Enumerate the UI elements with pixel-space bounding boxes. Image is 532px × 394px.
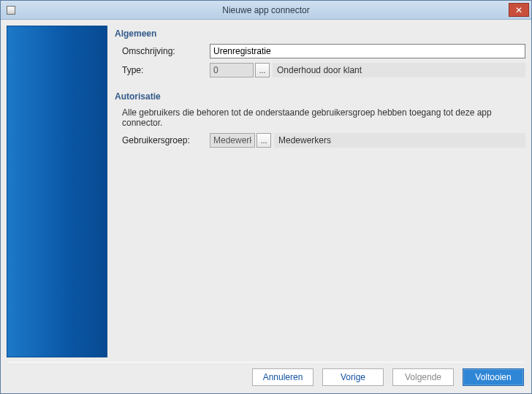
usergroup-input[interactable] [210, 133, 255, 148]
button-bar: Annuleren Vorige Volgende Voltooien [8, 368, 524, 386]
usergroup-readout: Medewerkers [274, 133, 525, 148]
wizard-window: Nieuwe app connector ✕ Algemeen Omschrij… [0, 0, 532, 394]
usergroup-lookup-button[interactable]: ... [256, 133, 271, 148]
titlebar: Nieuwe app connector ✕ [1, 1, 531, 20]
label-description: Omschrijving: [115, 46, 210, 56]
wizard-sidebar-image [7, 26, 107, 357]
row-type: Type: ... Onderhoud door klant [115, 63, 525, 77]
close-icon: ✕ [515, 6, 522, 15]
label-usergroup: Gebruikersgroep: [115, 135, 210, 145]
close-button[interactable]: ✕ [509, 3, 529, 17]
row-description: Omschrijving: [115, 44, 525, 58]
wizard-main: Algemeen Omschrijving: Type: ... Onderho… [115, 26, 525, 357]
wizard-body: Algemeen Omschrijving: Type: ... Onderho… [1, 20, 531, 357]
field-usergroup: ... Medewerkers [210, 133, 525, 148]
client-area: Algemeen Omschrijving: Type: ... Onderho… [1, 20, 531, 393]
field-description [210, 44, 525, 58]
type-readout: Onderhoud door klant [273, 63, 525, 77]
section-title-general: Algemeen [115, 29, 525, 39]
window-title: Nieuwe app connector [1, 5, 531, 15]
type-input[interactable] [210, 63, 254, 77]
button-bar-area: Annuleren Vorige Volgende Voltooien [1, 357, 531, 393]
field-type: ... Onderhoud door klant [210, 63, 525, 77]
type-lookup-button[interactable]: ... [255, 63, 270, 77]
section-title-auth: Autorisatie [115, 91, 525, 102]
cancel-button[interactable]: Annuleren [252, 368, 314, 386]
section-gap [115, 80, 525, 90]
row-usergroup: Gebruikersgroep: ... Medewerkers [115, 133, 525, 148]
next-button: Volgende [392, 368, 454, 386]
separator [8, 362, 524, 363]
back-button[interactable]: Vorige [322, 368, 384, 386]
description-input[interactable] [210, 44, 525, 58]
label-type: Type: [115, 65, 210, 75]
auth-help-text: Alle gebruikers die behoren tot de onder… [122, 107, 525, 128]
system-menu-icon[interactable] [7, 6, 15, 15]
finish-button[interactable]: Voltooien [463, 368, 524, 386]
